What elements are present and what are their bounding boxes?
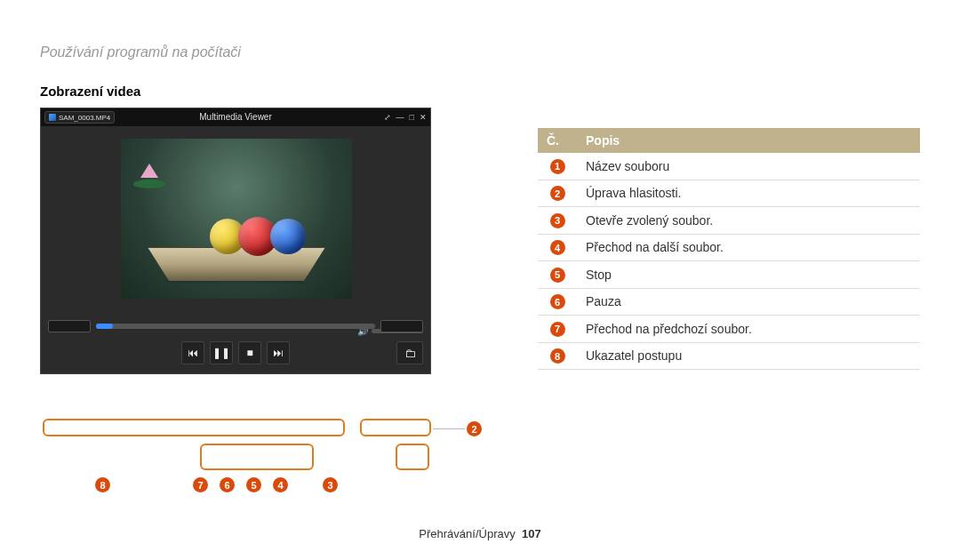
time-total bbox=[380, 320, 423, 332]
progress-bar[interactable] bbox=[48, 318, 423, 334]
table-row: 7Přechod na předchozí soubor. bbox=[538, 316, 920, 343]
callout-6: 6 bbox=[220, 477, 235, 492]
highlight-progress bbox=[43, 419, 345, 436]
table-row: 8Ukazatel postupu bbox=[538, 342, 920, 370]
row-desc: Stop bbox=[577, 261, 920, 289]
row-desc: Ukazatel postupu bbox=[577, 342, 920, 370]
highlight-transport bbox=[200, 444, 314, 470]
chapter-title: Používání programů na počítači bbox=[40, 44, 920, 60]
stop-icon: ■ bbox=[246, 347, 252, 359]
video-frame bbox=[121, 139, 352, 299]
table-row: 1Název souboru bbox=[538, 153, 920, 180]
open-file-button[interactable]: 🗀 bbox=[396, 341, 423, 364]
row-number: 2 bbox=[538, 180, 577, 207]
highlight-openfile bbox=[396, 444, 429, 470]
skip-forward-icon: ⏭ bbox=[273, 347, 284, 359]
row-number: 6 bbox=[538, 288, 577, 316]
close-icon[interactable]: ✕ bbox=[420, 113, 427, 122]
row-badge: 6 bbox=[550, 294, 565, 309]
highlight-volume bbox=[360, 419, 431, 436]
expand-icon[interactable]: ⤢ bbox=[384, 113, 391, 122]
minimize-icon[interactable]: — bbox=[396, 113, 404, 122]
callout-5: 5 bbox=[246, 477, 261, 492]
right-column: Č. Popis 1Název souboru2Úprava hlasitost… bbox=[538, 84, 920, 374]
row-badge: 4 bbox=[550, 240, 565, 255]
left-column: Zobrazení videa 1 2 3 4 5 6 7 8 SAM_0003… bbox=[40, 84, 476, 374]
th-desc: Popis bbox=[577, 128, 920, 153]
legend-table: Č. Popis 1Název souboru2Úprava hlasitost… bbox=[538, 128, 920, 370]
section-heading: Zobrazení videa bbox=[40, 84, 476, 99]
row-desc: Úprava hlasitosti. bbox=[577, 180, 920, 207]
file-name: SAM_0003.MP4 bbox=[59, 114, 110, 122]
row-badge: 3 bbox=[550, 213, 565, 228]
row-badge: 5 bbox=[550, 268, 565, 283]
time-elapsed bbox=[48, 320, 91, 332]
footer-page: 107 bbox=[522, 527, 541, 540]
footer-section: Přehrávání/Úpravy bbox=[419, 527, 515, 540]
table-row: 6Pauza bbox=[538, 288, 920, 316]
table-row: 3Otevře zvolený soubor. bbox=[538, 207, 920, 235]
next-button[interactable]: ⏭ bbox=[267, 341, 290, 364]
row-number: 3 bbox=[538, 207, 577, 235]
row-badge: 8 bbox=[550, 348, 565, 364]
pause-button[interactable]: ❚❚ bbox=[210, 341, 233, 364]
folder-icon: 🗀 bbox=[404, 347, 416, 360]
multimedia-viewer-window: SAM_0003.MP4 Multimedia Viewer ⤢ — □ ✕ bbox=[40, 108, 431, 374]
stop-button[interactable]: ■ bbox=[238, 341, 261, 364]
th-number: Č. bbox=[538, 128, 577, 153]
table-row: 4Přechod na další soubor. bbox=[538, 234, 920, 261]
row-desc: Pauza bbox=[577, 288, 920, 316]
page-footer: Přehrávání/Úpravy 107 bbox=[0, 527, 960, 540]
row-number: 5 bbox=[538, 261, 577, 289]
callout-7: 7 bbox=[193, 477, 208, 492]
table-row: 2Úprava hlasitosti. bbox=[538, 180, 920, 207]
prev-button[interactable]: ⏮ bbox=[181, 341, 204, 364]
row-desc: Přechod na předchozí soubor. bbox=[577, 316, 920, 343]
row-number: 8 bbox=[538, 342, 577, 370]
callout-4: 4 bbox=[273, 477, 288, 492]
row-desc: Přechod na další soubor. bbox=[577, 234, 920, 261]
row-number: 1 bbox=[538, 153, 577, 180]
callout-3: 3 bbox=[323, 477, 338, 492]
window-title: Multimedia Viewer bbox=[199, 112, 272, 122]
row-badge: 7 bbox=[550, 322, 565, 337]
window-controls[interactable]: ⤢ — □ ✕ bbox=[384, 113, 427, 122]
maximize-icon[interactable]: □ bbox=[410, 113, 414, 122]
row-number: 4 bbox=[538, 234, 577, 261]
file-icon bbox=[49, 114, 56, 121]
row-badge: 1 bbox=[550, 159, 565, 174]
pause-icon: ❚❚ bbox=[212, 347, 230, 359]
titlebar: SAM_0003.MP4 Multimedia Viewer ⤢ — □ ✕ bbox=[41, 108, 430, 126]
callout-2: 2 bbox=[467, 421, 482, 436]
row-desc: Název souboru bbox=[577, 153, 920, 180]
callout-8: 8 bbox=[95, 477, 110, 492]
table-row: 5Stop bbox=[538, 261, 920, 289]
row-badge: 2 bbox=[550, 186, 565, 201]
file-badge: SAM_0003.MP4 bbox=[44, 111, 115, 124]
skip-back-icon: ⏮ bbox=[188, 347, 198, 359]
row-number: 7 bbox=[538, 316, 577, 343]
row-desc: Otevře zvolený soubor. bbox=[577, 207, 920, 235]
